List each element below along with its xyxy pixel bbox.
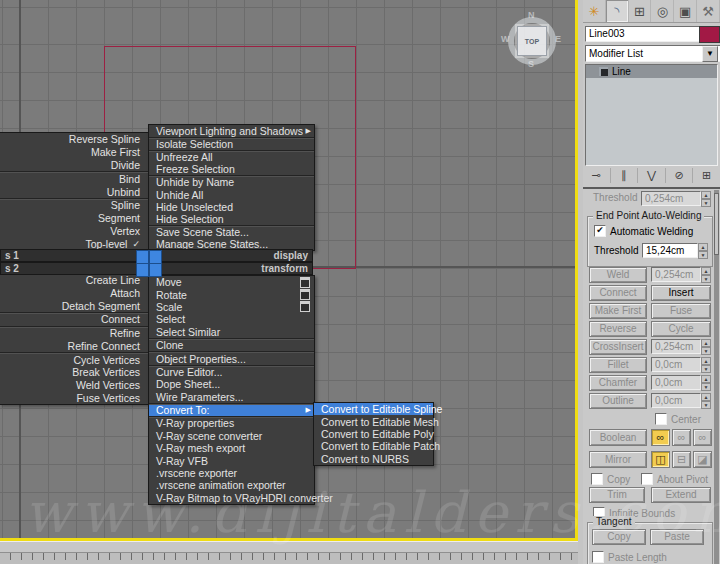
tab-hierarchy[interactable]: ⊞ [629, 0, 652, 22]
mirror-vertical-icon[interactable]: ⊟ [672, 451, 691, 468]
make-first-button[interactable]: Make First [589, 303, 647, 319]
mirror-horizontal-icon[interactable]: ◫ [651, 451, 670, 468]
timeline-ruler[interactable] [0, 552, 578, 564]
fillet-spinner[interactable]: 0,0cm ▲▼ [651, 357, 711, 372]
display-menu-item[interactable]: Freeze Selection [149, 163, 314, 175]
threshold-spinner[interactable]: 15,24cm ▲▼ [642, 243, 708, 258]
checkbox-box[interactable]: ✔ [594, 225, 606, 237]
tab-display[interactable]: ▣ [674, 0, 697, 22]
spinner-value[interactable]: 0,254cm [651, 267, 701, 282]
viewcube[interactable]: TOP N E S W [504, 13, 560, 69]
mirror-both-icon[interactable]: ◪ [693, 451, 712, 468]
trim-button[interactable]: Trim [589, 487, 645, 503]
display-menu-item[interactable]: Hide Unselected [149, 201, 314, 213]
panel-scrollbar-thumb[interactable] [714, 193, 719, 255]
extend-button[interactable]: Extend [651, 487, 711, 503]
tools2-menu-item[interactable]: Attach [0, 287, 149, 300]
chamfer-button[interactable]: Chamfer [589, 375, 647, 391]
outline-spinner[interactable]: 0,0cm ▲▼ [651, 393, 711, 408]
spinner-arrows[interactable]: ▲▼ [701, 267, 711, 282]
tools1-menu-item[interactable]: Vertex [0, 224, 149, 237]
tab-motion[interactable]: ◎ [651, 0, 674, 22]
transform-menu-item[interactable]: Rotate [149, 288, 314, 300]
tools2-menu-item[interactable]: Break Vertices [0, 366, 149, 379]
tools2-menu-item[interactable]: Weld Vertices [0, 379, 149, 392]
pin-stack-icon[interactable]: ⊸ [583, 168, 611, 183]
cross-insert-spinner[interactable]: 0,254cm ▲▼ [651, 339, 711, 354]
display-menu-item[interactable]: Viewport Lighting and Shadows▶ [149, 125, 314, 137]
boolean-intersect-icon[interactable]: ∞ [693, 429, 712, 446]
center-checkbox[interactable]: Center [655, 413, 701, 425]
settings-box-icon[interactable] [300, 289, 310, 300]
mirror-button[interactable]: Mirror [589, 451, 647, 468]
spinner-arrows[interactable]: ▲▼ [698, 243, 708, 258]
tools1-menu-item[interactable]: Segment [0, 212, 149, 225]
transform-menu-item[interactable]: Object Properties... [149, 351, 314, 364]
automatic-welding-checkbox[interactable]: ✔ Automatic Welding [594, 225, 693, 237]
spinner-value[interactable]: 0,0cm [651, 375, 701, 390]
transform-menu-item[interactable]: V-Ray mesh export [149, 442, 314, 454]
spinner-value[interactable]: 0,0cm [651, 357, 701, 372]
boolean-subtract-icon[interactable]: ∞ [672, 429, 691, 446]
transform-menu-item[interactable]: V-Ray properties [149, 416, 314, 429]
viewcube-top-face[interactable]: TOP [517, 26, 547, 56]
spinner-value[interactable]: 15,24cm [642, 243, 698, 258]
modifier-stack-list[interactable]: Line [585, 64, 718, 166]
connect-button[interactable]: Connect [589, 285, 647, 301]
display-menu-item[interactable]: Unfreeze All [149, 150, 314, 163]
spinner-arrows[interactable]: ▲▼ [701, 357, 711, 372]
configure-modifier-sets-icon[interactable]: ⊞ [693, 168, 720, 183]
boolean-button[interactable]: Boolean [589, 429, 647, 446]
tangent-paste-button[interactable]: Paste [650, 529, 704, 545]
cycle-button[interactable]: Cycle [651, 321, 711, 337]
tools1-menu-item[interactable]: Unbind [0, 185, 149, 198]
spinner-arrows[interactable]: ▲▼ [701, 393, 711, 408]
checkbox-box[interactable] [591, 473, 603, 485]
panel-scrollbar[interactable] [714, 190, 719, 564]
copy-checkbox[interactable]: Copy [591, 473, 630, 485]
tools2-menu-item[interactable]: Fuse Vertices [0, 391, 149, 404]
tools2-menu-item[interactable]: Refine Connect [0, 340, 149, 353]
remove-modifier-icon[interactable]: ⊘ [666, 168, 694, 183]
tools1-menu-item[interactable]: Make First [0, 146, 149, 159]
transform-menu-item[interactable]: Dope Sheet... [149, 378, 314, 390]
convert_submenu-menu-item[interactable]: Convert to Editable Mesh [314, 415, 433, 427]
object-color-swatch[interactable] [699, 26, 720, 43]
convert_submenu-menu-item[interactable]: Convert to NURBS [314, 453, 433, 465]
display-menu-item[interactable]: Unhide by Name [149, 175, 314, 188]
clipped-threshold-spinner[interactable]: 0,254cm ▲▼ [641, 191, 711, 206]
display-menu-item[interactable]: Save Scene State... [149, 225, 314, 238]
display-menu-item[interactable]: Isolate Selection [149, 137, 314, 150]
tools1-menu-item[interactable]: Reverse Spline [0, 133, 149, 146]
tools2-menu-item[interactable]: Refine [0, 326, 149, 340]
stack-row-line[interactable]: Line [586, 65, 717, 78]
boolean-union-icon[interactable]: ∞ [651, 429, 670, 446]
checkbox-box[interactable] [592, 551, 604, 563]
tangent-copy-button[interactable]: Copy [592, 529, 646, 545]
display-menu-item[interactable]: Hide Selection [149, 213, 314, 225]
spinner-value[interactable]: 0,254cm [641, 191, 701, 206]
modifier-list-dropdown[interactable]: Modifier List [585, 45, 720, 62]
transform-menu-item[interactable]: .vrscene animation exporter [149, 479, 314, 491]
insert-button[interactable]: Insert [651, 285, 711, 301]
transform-menu-item[interactable]: Curve Editor... [149, 365, 314, 378]
about-pivot-checkbox[interactable]: About Pivot [641, 473, 708, 485]
settings-box-icon[interactable] [300, 301, 310, 312]
fillet-button[interactable]: Fillet [589, 357, 647, 373]
tools1-menu-item[interactable]: Spline [0, 198, 149, 212]
reverse-button[interactable]: Reverse [589, 321, 647, 337]
chamfer-spinner[interactable]: 0,0cm ▲▼ [651, 375, 711, 390]
tools2-menu-item[interactable]: Create Line [0, 274, 149, 287]
spinner-arrows[interactable]: ▲▼ [701, 375, 711, 390]
convert_submenu-menu-item[interactable]: Convert to Editable Spline [314, 403, 433, 415]
transform-menu-item[interactable]: Select Similar [149, 326, 314, 338]
checkbox-box[interactable] [641, 473, 653, 485]
transform-menu-item[interactable]: Convert To:▶ [149, 403, 314, 416]
tab-create[interactable]: ✳ [583, 0, 606, 22]
make-unique-icon[interactable]: ⋁ [638, 168, 666, 183]
tools2-menu-item[interactable]: Connect [0, 312, 149, 326]
fuse-button[interactable]: Fuse [651, 303, 711, 319]
transform-menu-item[interactable]: Wire Parameters... [149, 391, 314, 403]
spinner-value[interactable]: 0,0cm [651, 393, 701, 408]
object-name-field[interactable]: Line003 [585, 26, 701, 42]
